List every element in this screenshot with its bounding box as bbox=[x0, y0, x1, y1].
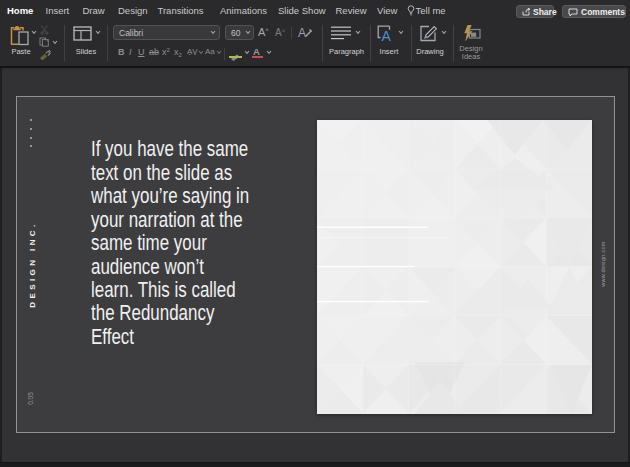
svg-text:A: A bbox=[298, 26, 306, 39]
svg-text:A: A bbox=[382, 28, 392, 42]
